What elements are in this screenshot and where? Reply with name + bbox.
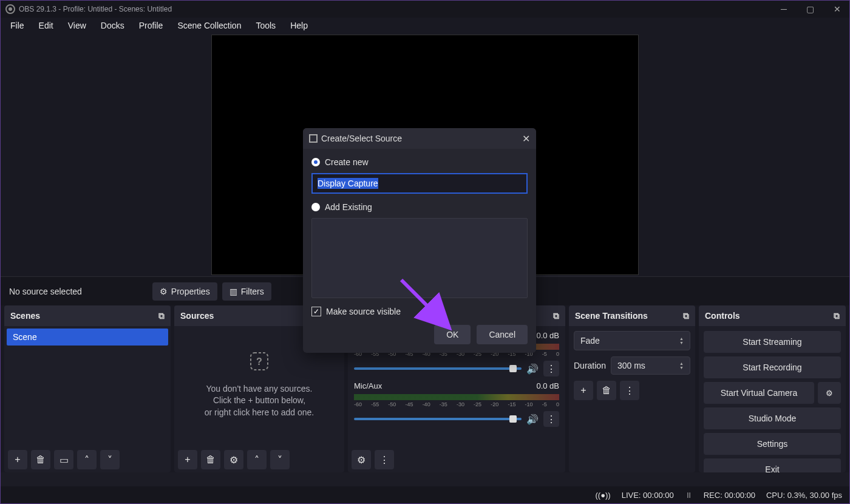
exit-button[interactable]: Exit xyxy=(704,458,841,472)
menu-docks[interactable]: Docks xyxy=(95,19,131,32)
popout-icon[interactable]: ⧉ xyxy=(834,311,840,321)
spinner-icon: ▲▼ xyxy=(679,361,684,370)
radio-unselected-icon xyxy=(311,203,320,211)
studio-mode-button[interactable]: Studio Mode xyxy=(704,407,841,429)
scene-up-button[interactable]: ˄ xyxy=(77,450,97,469)
svg-text:?: ? xyxy=(256,356,262,367)
scene-filter-button[interactable]: ▭ xyxy=(54,450,73,469)
menu-scene-collection[interactable]: Scene Collection xyxy=(171,19,247,32)
speaker-icon[interactable]: 🔊 xyxy=(526,363,539,375)
existing-sources-list[interactable] xyxy=(311,218,528,298)
controls-title: Controls xyxy=(705,311,740,321)
close-button[interactable]: ✕ xyxy=(830,4,845,14)
delete-source-button[interactable]: 🗑 xyxy=(201,450,220,469)
add-transition-button[interactable]: + xyxy=(574,381,593,400)
meter-ticks: -60-55-50-45-40-35-30-25-20-15-10-50 xyxy=(354,401,559,407)
mixer-channel-mic: Mic/Aux 0.0 dB -60-55-50-45-40-35-30-25-… xyxy=(350,379,563,429)
broadcast-icon: ((●)) xyxy=(596,491,611,500)
obs-logo-icon xyxy=(5,4,15,14)
add-scene-button[interactable]: + xyxy=(8,450,27,469)
cancel-button[interactable]: Cancel xyxy=(477,325,528,344)
scenes-panel: Scenes ⧉ Scene + 🗑 ▭ ˄ ˅ xyxy=(4,305,171,472)
channel-menu-button[interactable]: ⋮ xyxy=(543,411,559,427)
volume-slider[interactable] xyxy=(354,418,522,420)
popout-icon[interactable]: ⧉ xyxy=(683,311,689,321)
mixer-menu-button[interactable]: ⋮ xyxy=(375,450,394,469)
transition-menu-button[interactable]: ⋮ xyxy=(620,381,639,400)
mixer-settings-button[interactable]: ⚙ xyxy=(352,450,371,469)
duration-input[interactable]: 300 ms ▲▼ xyxy=(611,356,690,375)
make-visible-checkbox[interactable]: ✓ Make source visible xyxy=(311,307,528,316)
scenes-title: Scenes xyxy=(10,311,40,321)
scene-down-button[interactable]: ˅ xyxy=(100,450,120,469)
chevron-updown-icon: ▲▼ xyxy=(679,336,684,345)
pause-icon: ⏸ xyxy=(685,491,693,500)
create-source-dialog: Create/Select Source ✕ Create new Displa… xyxy=(303,128,536,353)
filters-button[interactable]: ▥ Filters xyxy=(222,282,271,301)
add-source-button[interactable]: + xyxy=(178,450,197,469)
menubar: File Edit View Docks Profile Scene Colle… xyxy=(1,18,849,33)
live-status: LIVE: 00:00:00 xyxy=(622,491,674,500)
minimize-button[interactable]: ─ xyxy=(777,4,790,14)
dialog-close-button[interactable]: ✕ xyxy=(522,133,530,145)
source-down-button[interactable]: ˅ xyxy=(270,450,290,469)
popout-icon[interactable]: ⧉ xyxy=(158,311,165,321)
ok-button[interactable]: OK xyxy=(434,325,471,344)
transition-select[interactable]: Fade ▲▼ xyxy=(574,331,690,350)
maximize-button[interactable]: ▢ xyxy=(803,4,818,14)
source-name-input[interactable]: Display Capture xyxy=(311,173,528,194)
source-up-button[interactable]: ˄ xyxy=(247,450,267,469)
transitions-title: Scene Transitions xyxy=(575,311,648,321)
window-title: OBS 29.1.3 - Profile: Untitled - Scenes:… xyxy=(19,5,172,13)
dialog-title: Create/Select Source xyxy=(321,134,402,143)
volume-slider[interactable] xyxy=(354,367,522,370)
source-properties-button[interactable]: ⚙ xyxy=(224,450,243,469)
statusbar: ((●)) LIVE: 00:00:00 ⏸ REC: 00:00:00 CPU… xyxy=(1,486,849,503)
checkbox-checked-icon: ✓ xyxy=(311,307,321,316)
controls-panel: Controls ⧉ Start Streaming Start Recordi… xyxy=(699,305,846,472)
start-streaming-button[interactable]: Start Streaming xyxy=(704,331,841,353)
scene-item[interactable]: Scene xyxy=(7,329,168,346)
speaker-icon[interactable]: 🔊 xyxy=(526,414,539,425)
add-existing-radio[interactable]: Add Existing xyxy=(311,202,528,212)
start-recording-button[interactable]: Start Recording xyxy=(704,356,841,378)
obs-logo-icon xyxy=(309,134,318,143)
channel-menu-button[interactable]: ⋮ xyxy=(543,361,559,376)
no-source-label: No source selected xyxy=(9,287,82,296)
start-virtual-camera-button[interactable]: Start Virtual Camera xyxy=(704,382,814,404)
popout-icon[interactable]: ⧉ xyxy=(553,311,559,321)
empty-sources-icon: ? xyxy=(248,350,270,372)
menu-view[interactable]: View xyxy=(62,19,92,32)
cpu-status: CPU: 0.3%, 30.00 fps xyxy=(766,491,842,500)
filters-icon: ▥ xyxy=(229,287,237,296)
create-new-radio[interactable]: Create new xyxy=(311,157,528,167)
menu-help[interactable]: Help xyxy=(284,19,314,32)
settings-button[interactable]: Settings xyxy=(704,433,841,455)
menu-edit[interactable]: Edit xyxy=(33,19,59,32)
sources-title: Sources xyxy=(180,311,214,321)
titlebar: OBS 29.1.3 - Profile: Untitled - Scenes:… xyxy=(1,1,849,18)
duration-label: Duration xyxy=(574,361,606,370)
gear-icon: ⚙ xyxy=(160,287,168,296)
menu-tools[interactable]: Tools xyxy=(250,19,282,32)
audio-meter xyxy=(354,394,559,400)
menu-file[interactable]: File xyxy=(4,19,30,32)
menu-profile[interactable]: Profile xyxy=(133,19,169,32)
delete-scene-button[interactable]: 🗑 xyxy=(31,450,50,469)
virtual-camera-settings-button[interactable]: ⚙ xyxy=(818,382,841,404)
radio-selected-icon xyxy=(311,158,320,166)
transitions-panel: Scene Transitions ⧉ Fade ▲▼ Duration 300… xyxy=(569,305,695,472)
properties-button[interactable]: ⚙ Properties xyxy=(152,282,217,301)
delete-transition-button[interactable]: 🗑 xyxy=(597,381,616,400)
rec-status: REC: 00:00:00 xyxy=(704,491,755,500)
